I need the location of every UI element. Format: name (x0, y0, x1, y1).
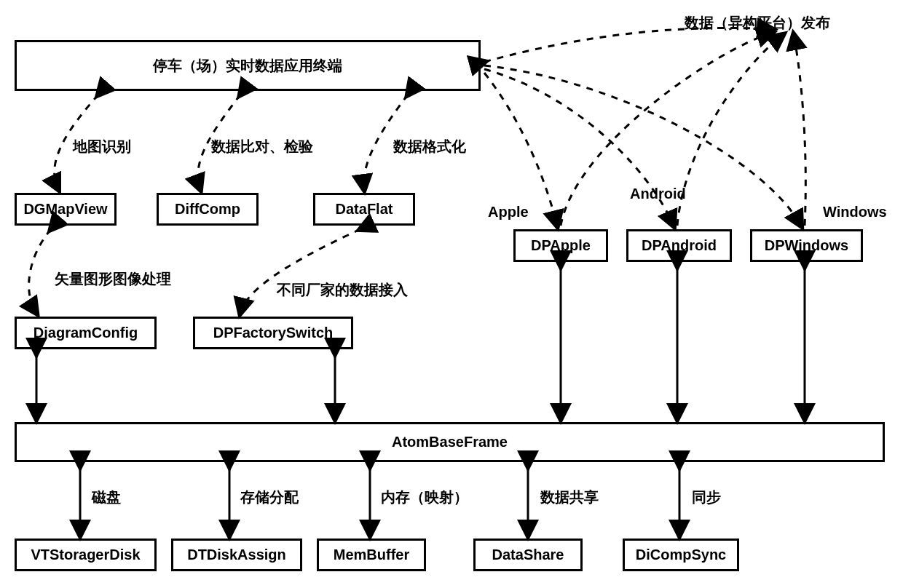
lbl-apple: Apple (488, 204, 529, 220)
box-dataflat: DataFlat (313, 193, 415, 226)
box-diffcomp: DiffComp (157, 193, 259, 226)
dpandroid-label: DPAndroid (642, 237, 717, 254)
box-dgmapview: DGMapView (15, 193, 117, 226)
dicompsync-label: DiCompSync (636, 547, 726, 563)
lbl-data-format: 数据格式化 (393, 137, 466, 156)
lbl-factory-access: 不同厂家的数据接入 (277, 280, 408, 300)
dgmapview-label: DGMapView (23, 201, 107, 218)
box-vtstoragerdisk: VTStoragerDisk (15, 539, 157, 571)
lbl-data-compare: 数据比对、检验 (211, 137, 313, 156)
dpapple-label: DPApple (531, 237, 591, 254)
dataflat-label: DataFlat (336, 201, 393, 218)
lbl-android: Android (630, 186, 686, 202)
lbl-vector-img: 矢量图形图像处理 (55, 269, 171, 289)
dpfactoryswitch-label: DPFactorySwitch (213, 325, 333, 341)
lbl-store-alloc: 存储分配 (240, 488, 299, 507)
box-atombaseframe: AtomBaseFrame (15, 422, 885, 462)
atombaseframe-label: AtomBaseFrame (392, 434, 508, 450)
box-dtdiskassign: DTDiskAssign (171, 539, 302, 571)
box-dpwindows: DPWindows (750, 229, 863, 262)
box-dpandroid: DPAndroid (626, 229, 732, 262)
lbl-mem-map: 内存（映射） (381, 488, 468, 507)
diagramconfig-label: DiagramConfig (33, 325, 138, 341)
lbl-data-share: 数据共享 (540, 488, 599, 507)
box-membuffer: MemBuffer (317, 539, 426, 571)
dpwindows-label: DPWindows (765, 237, 848, 254)
box-app-terminal: 停车（场）实时数据应用终端 (15, 40, 481, 91)
dtdiskassign-label: DTDiskAssign (187, 547, 286, 563)
membuffer-label: MemBuffer (334, 547, 409, 563)
diffcomp-label: DiffComp (175, 201, 240, 218)
lbl-windows: Windows (823, 204, 887, 220)
vtstoragerdisk-label: VTStoragerDisk (31, 547, 140, 563)
app-terminal-label: 停车（场）实时数据应用终端 (153, 56, 342, 76)
lbl-sync: 同步 (692, 488, 721, 507)
box-dpapple: DPApple (513, 229, 608, 262)
box-dpfactoryswitch: DPFactorySwitch (193, 317, 353, 349)
datashare-label: DataShare (492, 547, 564, 563)
lbl-map-recog: 地图识别 (73, 137, 131, 156)
box-diagramconfig: DiagramConfig (15, 317, 157, 349)
lbl-disk: 磁盘 (92, 488, 121, 507)
box-datashare: DataShare (473, 539, 583, 571)
title-data-publish: 数据（异构平台）发布 (685, 13, 830, 33)
box-dicompsync: DiCompSync (623, 539, 739, 571)
